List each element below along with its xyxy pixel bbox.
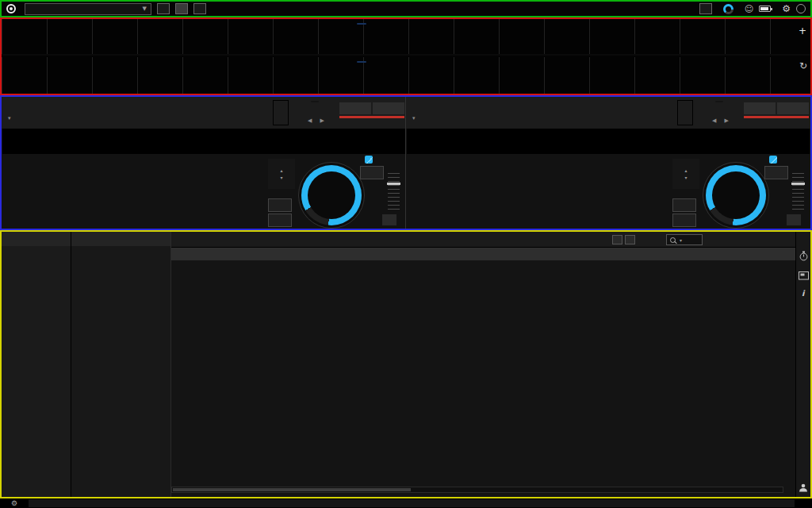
status-message xyxy=(29,499,795,507)
app-logo xyxy=(6,4,19,13)
search-input[interactable]: ▾ xyxy=(666,234,703,245)
library-section: ▾ i xyxy=(0,230,812,498)
overview-lane-deck1[interactable] xyxy=(2,19,810,56)
info-icon[interactable]: i xyxy=(802,289,804,298)
remove-track-button[interactable] xyxy=(612,235,622,244)
master-volume-knob[interactable] xyxy=(723,4,733,14)
pitch-nudge[interactable]: ◀ ▶ xyxy=(712,117,729,124)
djuced-app: ▼ ☺ ⚙ + ↻ xyxy=(0,0,812,508)
slip-button[interactable] xyxy=(764,166,788,179)
nudge-left-icon[interactable]: ◀ xyxy=(308,117,312,124)
pitch-meter[interactable] xyxy=(273,100,289,125)
beat-offset-badge xyxy=(357,61,366,63)
nudge-left-icon[interactable]: ◀ xyxy=(712,117,716,124)
jog-wheel[interactable] xyxy=(703,162,769,229)
deck-header: ▾ ◀ ▶ xyxy=(406,97,810,129)
add-track-button[interactable] xyxy=(625,235,635,244)
play-button[interactable] xyxy=(268,214,292,227)
library-header xyxy=(2,232,71,246)
battery-icon xyxy=(759,6,771,12)
library-side-toolbar: i xyxy=(795,232,810,497)
loop-down-icon[interactable]: ▾ xyxy=(684,175,687,180)
mixer-button[interactable] xyxy=(175,3,188,14)
status-bar: ⚙ xyxy=(0,498,812,508)
quantize-button[interactable] xyxy=(382,214,396,225)
tempo-range-indicator xyxy=(339,116,404,118)
rec-button[interactable] xyxy=(193,3,206,14)
master-button[interactable] xyxy=(744,102,776,114)
help-icon[interactable] xyxy=(796,4,806,13)
search-filter-caret-icon[interactable]: ▾ xyxy=(680,237,682,243)
deck-waveform-canvas[interactable] xyxy=(407,129,810,154)
user-profile-icon[interactable] xyxy=(799,483,808,492)
jog-wheel[interactable] xyxy=(298,162,365,229)
loop-up-icon[interactable]: ▴ xyxy=(280,167,282,173)
zoom-in-icon[interactable]: + xyxy=(799,25,806,37)
volume-fader[interactable] xyxy=(388,173,400,210)
loop-down-icon[interactable]: ▾ xyxy=(280,175,282,180)
chevron-down-icon: ▼ xyxy=(143,6,147,12)
pitch-meter[interactable] xyxy=(677,100,693,125)
scrollbar-thumb[interactable] xyxy=(173,488,411,491)
table-toolbar: ▾ xyxy=(171,232,798,248)
quantize-button[interactable] xyxy=(787,214,801,225)
overview-waveform-canvas[interactable] xyxy=(2,19,810,56)
loop-size-control[interactable]: ▴ ▾ xyxy=(268,159,295,189)
volume-fader[interactable] xyxy=(792,173,804,210)
layout-select[interactable]: ▼ xyxy=(25,3,151,15)
sync-button[interactable] xyxy=(777,102,809,114)
slip-button[interactable] xyxy=(360,166,384,179)
preview-pane-icon[interactable] xyxy=(799,271,809,280)
assistant-smiley-icon[interactable]: ☺ xyxy=(745,5,753,13)
library-sidebar xyxy=(2,232,71,497)
deck-2: ▾ ◀ ▶ xyxy=(406,97,810,229)
fader-handle[interactable] xyxy=(791,183,805,185)
waveform-overview: + ↻ xyxy=(0,17,812,95)
nudge-right-icon[interactable]: ▶ xyxy=(320,117,324,124)
deck-waveform-strip[interactable] xyxy=(2,129,405,154)
table-header xyxy=(171,248,798,260)
pad-mode-tabs xyxy=(3,159,254,175)
sync-button[interactable] xyxy=(373,102,404,114)
master-button[interactable] xyxy=(339,102,371,114)
key-badge xyxy=(715,101,723,102)
tempo-range-indicator xyxy=(744,116,809,118)
overview-waveform-canvas[interactable] xyxy=(2,57,810,94)
smartmix-settings-icon[interactable]: ⚙ xyxy=(11,500,17,507)
loop-up-icon[interactable]: ▴ xyxy=(684,167,687,173)
nudge-right-icon[interactable]: ▶ xyxy=(724,117,728,124)
cue-button[interactable] xyxy=(268,198,292,212)
deck-1: ▾ ◀ ▶ xyxy=(2,97,406,229)
jog-display xyxy=(712,171,760,219)
jog-display xyxy=(308,171,355,219)
search-icon xyxy=(670,237,676,243)
fader-handle[interactable] xyxy=(387,183,400,185)
deck-header: ▾ ◀ ▶ xyxy=(2,97,405,129)
fx-button[interactable] xyxy=(157,3,170,14)
link-button[interactable] xyxy=(699,3,712,14)
djuced-logo-icon xyxy=(6,4,16,13)
settings-gear-icon[interactable]: ⚙ xyxy=(782,4,791,13)
play-button[interactable] xyxy=(672,214,696,227)
deck-collapse-icon[interactable]: ▾ xyxy=(8,115,11,121)
deck-collapse-icon[interactable]: ▾ xyxy=(412,115,416,121)
overview-lane-deck2[interactable] xyxy=(2,57,810,94)
deck-waveform-strip[interactable] xyxy=(407,129,810,154)
prelisten-stopwatch-icon[interactable] xyxy=(799,251,809,261)
pitch-nudge[interactable]: ◀ ▶ xyxy=(308,117,324,124)
deck-waveform-canvas[interactable] xyxy=(2,129,405,154)
loop-size-control[interactable]: ▴ ▾ xyxy=(672,159,699,189)
beat-offset-badge xyxy=(357,23,366,25)
pad-mode-tabs xyxy=(408,159,658,175)
beatmatch-refresh-icon[interactable]: ↻ xyxy=(799,60,807,71)
key-badge xyxy=(311,101,319,102)
song-library-tree xyxy=(71,232,171,497)
top-bar: ▼ ☺ ⚙ xyxy=(0,0,812,17)
slip-mode-badge xyxy=(365,156,373,164)
decks-section: ▾ ◀ ▶ xyxy=(0,95,812,230)
horizontal-scrollbar[interactable] xyxy=(171,487,783,493)
slip-mode-badge xyxy=(769,156,777,164)
song-library-header xyxy=(71,232,170,246)
cue-button[interactable] xyxy=(672,198,696,212)
